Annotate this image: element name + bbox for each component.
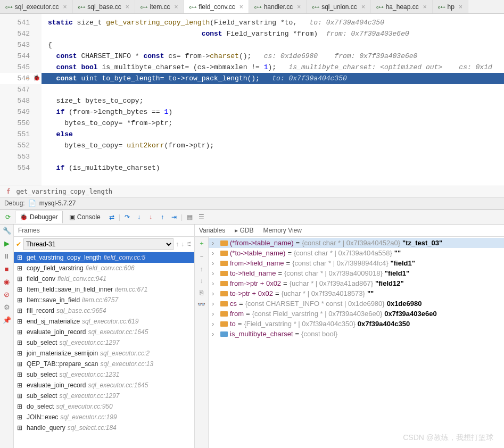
expand-icon[interactable]: › [212, 320, 218, 328]
copy-icon[interactable]: ⎘ [200, 289, 203, 296]
step-over-icon[interactable]: ↷ [122, 212, 132, 222]
code-line[interactable]: if (is_multibyte_charset) [42, 162, 504, 173]
tab-ha_heap-cc[interactable]: ha_heap.cc× [371, 0, 433, 13]
code-line[interactable]: { [42, 39, 504, 51]
code-area[interactable]: static size_t get_varstring_copy_length(… [42, 14, 504, 186]
stack-frame[interactable]: ⊞evaluate_join_record sql_executor.cc:16… [14, 380, 194, 391]
close-icon[interactable]: × [297, 3, 301, 11]
stack-frame[interactable]: ⊞handle_query sql_select.cc:184 [14, 422, 194, 433]
remove-watch-icon[interactable]: － [199, 252, 205, 261]
resume-icon[interactable]: ▶ [3, 239, 11, 248]
variables-list[interactable]: › (*from->table_name) = {const char * | … [209, 237, 504, 448]
pin-icon[interactable]: 📌 [3, 316, 11, 325]
frames-list[interactable]: ⊞get_varstring_copy_length field_conv.cc… [14, 252, 194, 448]
code-line[interactable]: else [42, 129, 504, 140]
stack-frame[interactable]: ⊞end_sj_materialize sql_executor.cc:619 [14, 316, 194, 327]
tab-hp[interactable]: hp× [433, 0, 468, 13]
add-watch-icon[interactable]: ＋ [199, 239, 205, 248]
line-number[interactable]: 552 [0, 140, 42, 151]
filter-frames-icon[interactable]: ⚟ [186, 240, 192, 248]
stack-frame[interactable]: ⊞join_materialize_semijoin sql_executor.… [14, 348, 194, 359]
close-icon[interactable]: × [126, 3, 129, 11]
line-number[interactable]: 547 [0, 84, 42, 95]
next-frame-icon[interactable]: ↓ [181, 240, 184, 248]
code-line[interactable]: const bool is_multibyte_charset= (cs->mb… [42, 62, 504, 73]
variable-row[interactable]: › is_multibyte_charset = {const bool} [209, 329, 504, 339]
close-icon[interactable]: × [459, 3, 462, 11]
close-icon[interactable]: × [63, 3, 67, 11]
code-line[interactable]: bytes_to_copy= uint2korr(from->ptr); [42, 140, 504, 151]
view-breakpoints-icon[interactable]: ◉ [3, 278, 11, 286]
code-line[interactable]: const CHARSET_INFO * const cs= from->cha… [42, 51, 504, 62]
expand-icon[interactable]: › [212, 239, 218, 247]
line-number[interactable]: 549 [0, 106, 42, 118]
pause-icon[interactable]: ⏸ [3, 252, 11, 261]
variable-row[interactable]: › to->ptr + 0x02 = {uchar * | 0x7f39a401… [209, 288, 504, 298]
force-step-into-icon[interactable]: ↓ [146, 212, 155, 222]
line-number[interactable]: 551 [0, 129, 42, 140]
stack-frame[interactable]: ⊞copy_field_varstring field_conv.cc:606 [14, 263, 194, 273]
step-icon[interactable]: ⇄ [107, 212, 117, 222]
expand-icon[interactable]: › [212, 269, 218, 277]
line-number[interactable]: 554 [0, 162, 42, 173]
mute-breakpoints-icon[interactable]: ⊘ [3, 291, 11, 299]
tab-sql_union-cc[interactable]: sql_union.cc× [307, 0, 371, 13]
tab-debugger[interactable]: 🐞 Debugger [15, 211, 63, 223]
expand-icon[interactable]: › [212, 300, 218, 308]
line-number[interactable]: 548 [0, 95, 42, 106]
stack-frame[interactable]: ⊞field_conv field_conv.cc:941 [14, 273, 194, 284]
stack-frame[interactable]: ⊞sub_select sql_executor.cc:1297 [14, 337, 194, 348]
code-line[interactable] [42, 84, 504, 95]
code-line[interactable] [42, 151, 504, 162]
settings-icon[interactable]: 🔧 [3, 227, 11, 235]
tab-handler-cc[interactable]: handler.cc× [249, 0, 307, 13]
close-icon[interactable]: × [423, 3, 427, 11]
stack-frame[interactable]: ⊞Item::save_in_field item.cc:6757 [14, 295, 194, 305]
variable-row[interactable]: › to->field_name = {const char * | 0x7f3… [209, 268, 504, 278]
glasses-icon[interactable]: 👓 [197, 301, 205, 308]
close-icon[interactable]: × [239, 3, 243, 11]
prev-frame-icon[interactable]: ↑ [176, 240, 179, 248]
expand-icon[interactable]: › [212, 259, 218, 267]
expand-icon[interactable]: › [212, 289, 218, 297]
more-icon[interactable]: ☰ [196, 212, 206, 222]
rerun-icon[interactable]: ⟳ [3, 212, 13, 222]
code-line[interactable]: bytes_to_copy= *from->ptr; [42, 118, 504, 129]
line-number[interactable]: 541 [0, 17, 42, 28]
expand-icon[interactable]: › [212, 310, 218, 318]
variable-row[interactable]: › (*to->table_name) = {const char * | 0x… [209, 248, 504, 258]
stack-frame[interactable]: ⊞Item_field::save_in_field_inner item.cc… [14, 284, 194, 295]
gear-icon[interactable]: ⚙ [3, 303, 11, 312]
line-number[interactable]: 546 [0, 73, 42, 84]
line-number[interactable]: 553 [0, 151, 42, 162]
run-to-cursor-icon[interactable]: ⇥ [169, 212, 179, 222]
tab-sql_base-cc[interactable]: sql_base.cc× [73, 0, 135, 13]
memory-view-header[interactable]: Memory View [263, 227, 302, 234]
variable-row[interactable]: › to = {Field_varstring * | 0x7f39a404c3… [209, 319, 504, 329]
code-line[interactable]: const Field_varstring *from) from: 0x7f3… [42, 28, 504, 39]
variable-row[interactable]: › from->ptr + 0x02 = {uchar * | 0x7f39a4… [209, 278, 504, 288]
step-out-icon[interactable]: ↑ [158, 212, 167, 222]
line-number[interactable]: 545 [0, 62, 42, 73]
stack-frame[interactable]: ⊞fill_record sql_base.cc:9654 [14, 305, 194, 316]
expand-icon[interactable]: › [212, 249, 218, 257]
close-icon[interactable]: × [175, 3, 178, 11]
code-line[interactable]: if (from->length_bytes == 1) [42, 106, 504, 118]
up-icon[interactable]: ↑ [200, 266, 203, 273]
tab-item-cc[interactable]: item.cc× [135, 0, 184, 13]
stack-frame[interactable]: ⊞do_select sql_executor.cc:950 [14, 401, 194, 412]
tab-sql_executor-cc[interactable]: sql_executor.cc× [0, 0, 73, 13]
evaluate-icon[interactable]: ▦ [185, 212, 194, 222]
stack-frame[interactable]: ⊞get_varstring_copy_length field_conv.cc… [14, 252, 194, 263]
code-line[interactable]: const uint to_byte_length= to->row_pack_… [42, 73, 504, 84]
variable-row[interactable]: › from = {const Field_varstring * | 0x7f… [209, 309, 504, 319]
variable-row[interactable]: › from->field_name = {const char * | 0x7… [209, 258, 504, 268]
close-icon[interactable]: × [361, 3, 365, 11]
line-number[interactable]: 550 [0, 118, 42, 129]
variables-header[interactable]: Variables [199, 227, 225, 234]
step-into-icon[interactable]: ↓ [134, 212, 144, 222]
gdb-header[interactable]: ▸ GDB [235, 227, 253, 234]
code-line[interactable]: size_t bytes_to_copy; [42, 95, 504, 106]
line-number[interactable]: 544 [0, 51, 42, 62]
variable-row[interactable]: › (*from->table_name) = {const char * | … [209, 238, 504, 248]
